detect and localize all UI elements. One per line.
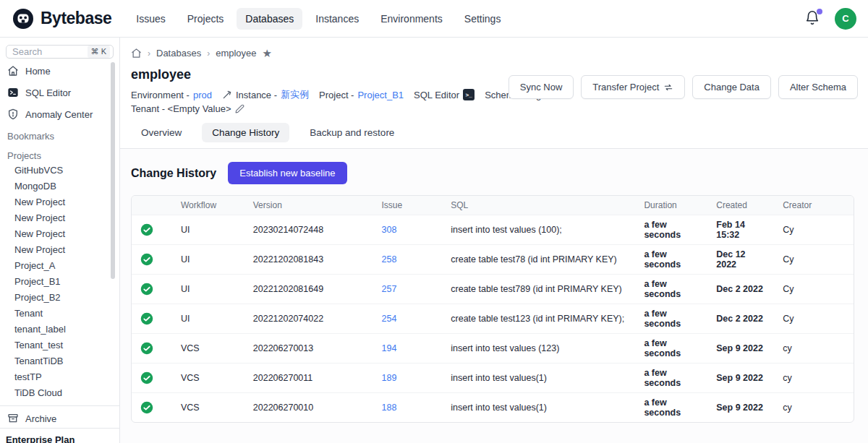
change-history-row[interactable]: UI 20221202081649 257 create table test7… xyxy=(132,274,854,304)
cell-created: Dec 12 2022 xyxy=(707,244,774,274)
issue-link[interactable]: 308 xyxy=(382,225,397,235)
cell-creator: Cy xyxy=(774,244,854,274)
sidebar-project-item[interactable]: New Project xyxy=(6,242,114,258)
column-issue: Issue xyxy=(373,196,443,215)
cell-workflow: VCS xyxy=(172,363,244,392)
sidebar-project-item[interactable]: New Project xyxy=(6,194,114,210)
sidebar-item-sql-editor[interactable]: SQL Editor xyxy=(6,83,114,102)
issue-link[interactable]: 194 xyxy=(382,343,397,353)
sidebar-item-archive[interactable]: Archive xyxy=(6,409,114,428)
nav-item[interactable]: Instances xyxy=(307,8,367,30)
environment-meta: Environment - prod xyxy=(131,90,212,100)
swap-arrows-icon xyxy=(663,82,673,93)
sidebar-project-item[interactable]: tenant_label xyxy=(6,322,114,337)
user-avatar[interactable]: C xyxy=(835,8,856,30)
column-status xyxy=(132,196,172,215)
environment-link[interactable]: prod xyxy=(193,90,212,100)
search-input[interactable]: Search ⌘ K xyxy=(6,45,114,59)
navbar-right: C xyxy=(804,8,856,30)
cell-version: 20221202081843 xyxy=(244,244,373,274)
nav-item[interactable]: Projects xyxy=(179,8,233,30)
nav-item[interactable]: Environments xyxy=(372,8,451,30)
nav-item[interactable]: Databases xyxy=(237,8,302,30)
establish-baseline-button[interactable]: Establish new baseline xyxy=(228,162,346,184)
search-placeholder: Search xyxy=(12,46,42,57)
cell-created: Feb 14 15:32 xyxy=(707,215,774,244)
issue-link[interactable]: 257 xyxy=(382,284,397,294)
cell-creator: Cy xyxy=(774,215,854,244)
sidebar-project-item[interactable]: Project_B2 xyxy=(6,290,114,306)
sidebar-scrollbar[interactable] xyxy=(111,62,115,279)
issue-link[interactable]: 188 xyxy=(382,403,397,413)
notifications-button[interactable] xyxy=(804,10,822,27)
breadcrumb-separator: › xyxy=(148,48,150,59)
issue-link[interactable]: 258 xyxy=(382,254,397,264)
sql-editor-shortcut[interactable]: SQL Editor >_ xyxy=(414,89,475,100)
cell-version: 202206270010 xyxy=(244,392,373,422)
cell-creator: cy xyxy=(774,333,854,363)
sync-now-button[interactable]: Sync Now xyxy=(509,75,574,99)
breadcrumb-databases[interactable]: Databases xyxy=(156,48,201,59)
button-label: Change Data xyxy=(704,82,760,93)
sidebar-project-item[interactable]: GitHubVCS xyxy=(6,163,114,179)
breadcrumb-employee[interactable]: employee xyxy=(216,48,256,59)
success-status-icon xyxy=(140,342,153,355)
breadcrumb-home-icon[interactable] xyxy=(131,48,142,59)
cell-workflow: VCS xyxy=(172,333,244,363)
cell-duration: a few seconds xyxy=(635,363,707,392)
change-history-row[interactable]: VCS 202206270013 194 insert into test va… xyxy=(132,333,854,363)
tab[interactable]: Change History xyxy=(202,123,289,142)
sidebar-project-item[interactable]: MongoDB xyxy=(6,179,114,194)
sidebar-item-label: Home xyxy=(25,66,51,77)
success-status-icon xyxy=(140,223,153,236)
sidebar-project-item[interactable]: Project_B1 xyxy=(6,274,114,290)
sidebar-item-home[interactable]: Home xyxy=(6,61,114,80)
cell-sql: insert into test values (100); xyxy=(442,215,635,244)
instance-link[interactable]: 新实例 xyxy=(281,88,309,101)
column-creator: Creator xyxy=(774,196,854,215)
sidebar-item-anomaly-center[interactable]: Anomaly Center xyxy=(6,105,114,124)
change-data-button[interactable]: Change Data xyxy=(692,75,771,99)
change-history-row[interactable]: VCS 202206270011 189 insert into test va… xyxy=(132,363,854,392)
instance-meta: Instance - 新实例 xyxy=(222,88,309,101)
sidebar-project-item[interactable]: Tenant xyxy=(6,306,114,322)
main-panel: › Databases › employee ★ employee Enviro… xyxy=(120,38,868,443)
project-link[interactable]: Project_B1 xyxy=(357,90,404,100)
favorite-star-icon[interactable]: ★ xyxy=(263,48,272,59)
change-history-row[interactable]: UI 20221202081843 258 create table test7… xyxy=(132,244,854,274)
success-status-icon xyxy=(140,401,153,414)
brand-logo[interactable]: Bytebase xyxy=(12,7,111,30)
nav-item[interactable]: Settings xyxy=(456,8,510,30)
cell-created: Sep 9 2022 xyxy=(707,392,774,422)
cell-created: Sep 9 2022 xyxy=(707,333,774,363)
button-label: Sync Now xyxy=(520,82,563,93)
issue-link[interactable]: 254 xyxy=(382,314,397,324)
nav-item[interactable]: Issues xyxy=(127,8,174,30)
edit-pencil-icon[interactable] xyxy=(235,104,244,113)
sidebar-project-item[interactable]: TenantTiDB xyxy=(6,353,114,369)
sidebar-project-item[interactable]: testTP xyxy=(6,369,114,385)
column-workflow: Workflow xyxy=(172,196,244,215)
cell-workflow: UI xyxy=(172,274,244,304)
sidebar-project-item[interactable]: Tenant_test xyxy=(6,337,114,353)
sidebar-project-item[interactable]: Project_A xyxy=(6,258,114,274)
sidebar-project-item[interactable]: TiDB Cloud xyxy=(6,385,114,401)
tenant-meta: Tenant - <Empty Value> xyxy=(131,103,244,114)
sidebar-project-item[interactable]: New Project xyxy=(6,210,114,226)
issue-link[interactable]: 189 xyxy=(382,373,397,383)
section-title: Change History xyxy=(131,167,216,180)
sidebar-project-item[interactable]: New Project xyxy=(6,226,114,242)
change-history-panel: Change History Establish new baseline Wo… xyxy=(120,149,868,443)
sql-editor-label: SQL Editor xyxy=(414,90,459,100)
transfer-project-button[interactable]: Transfer Project xyxy=(581,75,685,99)
page-actions: Sync Now Transfer Project Change Data Al… xyxy=(509,75,858,99)
cell-created: Dec 2 2022 xyxy=(707,304,774,333)
brand-name: Bytebase xyxy=(41,9,111,28)
change-history-row[interactable]: VCS 202206270010 188 insert into test va… xyxy=(132,392,854,422)
change-history-row[interactable]: UI 20221202074022 254 create table test1… xyxy=(132,304,854,333)
alter-schema-button[interactable]: Alter Schema xyxy=(778,75,858,99)
shield-icon xyxy=(7,108,19,120)
tab[interactable]: Overview xyxy=(131,123,192,142)
change-history-row[interactable]: UI 20230214072448 308 insert into test v… xyxy=(132,215,854,244)
tab[interactable]: Backup and restore xyxy=(299,123,404,142)
